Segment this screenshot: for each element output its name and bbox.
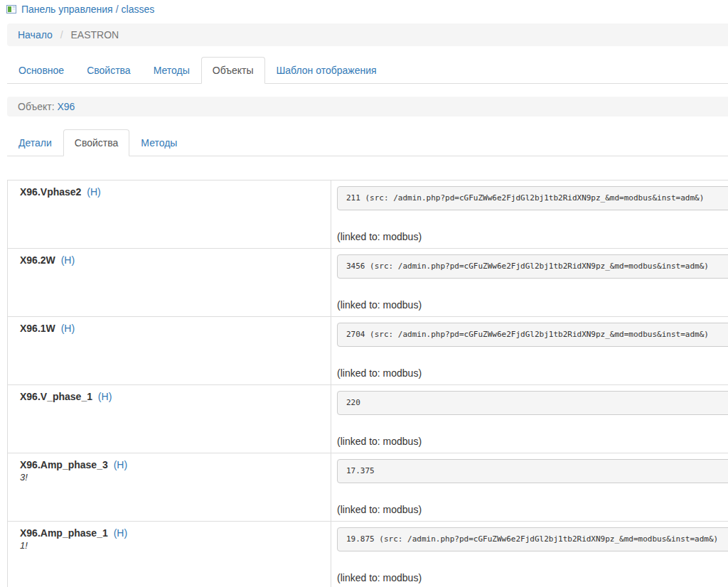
linked-note: (linked to: modbus) [337,231,728,242]
breadcrumb-separator: / [60,29,63,41]
breadcrumb-current: EASTRON [70,29,119,41]
history-link[interactable]: (H) [114,527,127,539]
tab-main[interactable]: Основное [7,57,75,84]
tab-objects[interactable]: Объекты [201,57,265,84]
property-name: X96.1W [20,323,55,334]
property-value-box[interactable]: 17.375 [337,459,728,483]
tab-properties[interactable]: Свойства [75,57,141,84]
object-bar-label: Объект: [18,101,55,112]
property-row: X96.2W (H) 3456 (src: /admin.php?pd=cGFu… [8,249,728,317]
tab-object-properties[interactable]: Свойства [63,129,129,156]
property-name: X96.V_phase_1 [20,391,92,402]
property-row: X96.Amp_phase_1 (H) 1! 19.875 (src: /adm… [8,522,728,587]
property-note: 3! [20,472,325,483]
breadcrumb-home-link[interactable]: Начало [18,29,53,41]
tab-object-methods[interactable]: Методы [129,129,188,156]
section-link[interactable]: classes [122,4,155,15]
control-panel-icon [6,4,17,15]
linked-note: (linked to: modbus) [337,367,728,379]
object-name-link[interactable]: X96 [57,101,75,112]
history-link[interactable]: (H) [87,186,100,198]
property-note: 1! [20,540,325,551]
property-row: X96.Amp_phase_3 (H) 3! 17.375 (linked to… [8,453,728,522]
history-link[interactable]: (H) [114,459,127,470]
property-row: X96.Vphase2 (H) 211 (src: /admin.php?pd=… [8,181,728,249]
property-row: X96.1W (H) 2704 (src: /admin.php?pd=cGFu… [8,317,728,385]
object-tabs: Детали Свойства Методы [7,129,728,156]
property-name: X96.Amp_phase_3 [20,459,108,470]
linked-note: (linked to: modbus) [337,572,728,583]
main-container: Панель управления / classes Начало / EAS… [7,0,728,587]
tab-details[interactable]: Детали [7,129,63,156]
tab-display-template[interactable]: Шаблон отображения [265,57,388,84]
history-link[interactable]: (H) [98,391,112,402]
object-bar: Объект: X96 [7,97,728,117]
property-value-box[interactable]: 220 [337,391,728,415]
control-panel-link[interactable]: Панель управления [21,4,113,15]
page-title: Панель управления / classes [6,0,728,15]
title-separator: / [116,4,119,15]
breadcrumb: Начало / EASTRON [7,23,728,46]
linked-note: (linked to: modbus) [337,436,728,447]
linked-note: (linked to: modbus) [337,504,728,515]
property-value-box[interactable]: 3456 (src: /admin.php?pd=cGFuZWw6e2FjdGl… [337,254,728,279]
history-link[interactable]: (H) [61,323,75,334]
history-link[interactable]: (H) [61,254,75,266]
properties-table: X96.Vphase2 (H) 211 (src: /admin.php?pd=… [7,180,728,587]
property-value-box[interactable]: 2704 (src: /admin.php?pd=cGFuZWw6e2FjdGl… [337,323,728,347]
property-row: X96.V_phase_1 (H) 220 (linked to: modbus… [8,385,728,453]
property-name: X96.2W [20,254,55,266]
property-name: X96.Vphase2 [20,186,81,198]
property-value-box[interactable]: 19.875 (src: /admin.php?pd=cGFuZWw6e2Fjd… [337,527,728,551]
property-value-box[interactable]: 211 (src: /admin.php?pd=cGFuZWw6e2FjdGl2… [337,186,728,210]
tab-methods[interactable]: Методы [142,57,201,84]
class-tabs: Основное Свойства Методы Объекты Шаблон … [7,57,728,84]
property-name: X96.Amp_phase_1 [20,527,108,539]
linked-note: (linked to: modbus) [337,299,728,311]
